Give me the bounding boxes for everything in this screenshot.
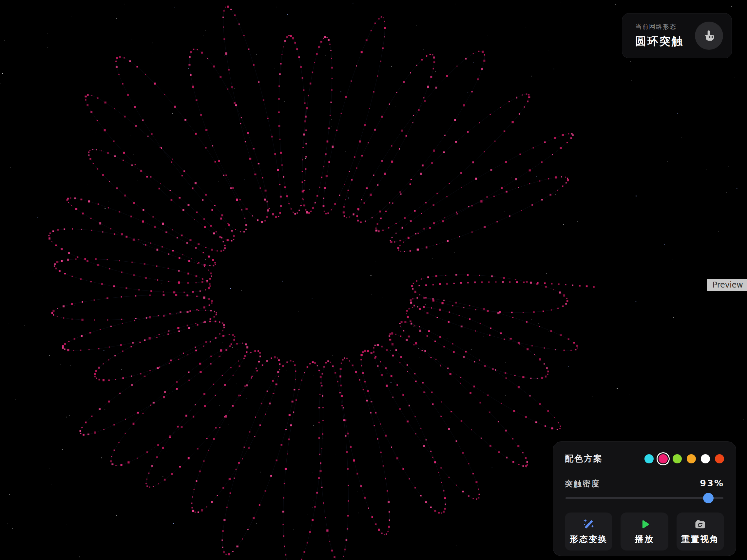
color-swatches [644, 454, 724, 463]
preview-badge: Preview [707, 279, 747, 291]
network-shape-text: 当前网络形态 圆环突触 [635, 23, 684, 49]
density-slider-thumb[interactable] [703, 493, 714, 503]
reset-view-button[interactable]: 重置视角 [676, 512, 724, 551]
reset-view-button-label: 重置视角 [681, 533, 719, 545]
network-shape-title: 圆环突触 [635, 34, 684, 49]
density-value: 93% [700, 478, 724, 488]
control-panel: 配色方案 突触密度 93% [553, 442, 736, 556]
morph-button[interactable]: 形态变换 [565, 512, 612, 551]
network-shape-panel: 当前网络形态 圆环突触 [622, 13, 732, 58]
morph-button-label: 形态变换 [570, 533, 608, 545]
color-scheme-label: 配色方案 [565, 453, 603, 464]
swatch-amber[interactable] [687, 454, 696, 463]
color-scheme-row: 配色方案 [565, 453, 724, 464]
swatch-cyan[interactable] [644, 454, 654, 463]
density-slider[interactable] [565, 493, 724, 503]
action-buttons-row: 形态变换 播放 重 [565, 512, 724, 551]
density-slider-track[interactable] [566, 497, 723, 499]
play-icon [638, 518, 651, 531]
swatch-magenta[interactable] [659, 454, 668, 463]
density-label: 突触密度 [565, 478, 600, 489]
swatch-white[interactable] [701, 454, 710, 463]
swatch-red[interactable] [715, 454, 724, 463]
density-row: 突触密度 93% [565, 478, 724, 489]
swatch-lime[interactable] [673, 454, 682, 463]
play-button[interactable]: 播放 [621, 512, 668, 551]
network-shape-label: 当前网络形态 [635, 23, 684, 31]
camera-reset-icon [694, 518, 706, 531]
tap-hand-icon [702, 29, 716, 42]
magic-wand-icon [583, 518, 595, 531]
pointer-mode-button[interactable] [695, 22, 723, 50]
play-button-label: 播放 [635, 533, 654, 545]
